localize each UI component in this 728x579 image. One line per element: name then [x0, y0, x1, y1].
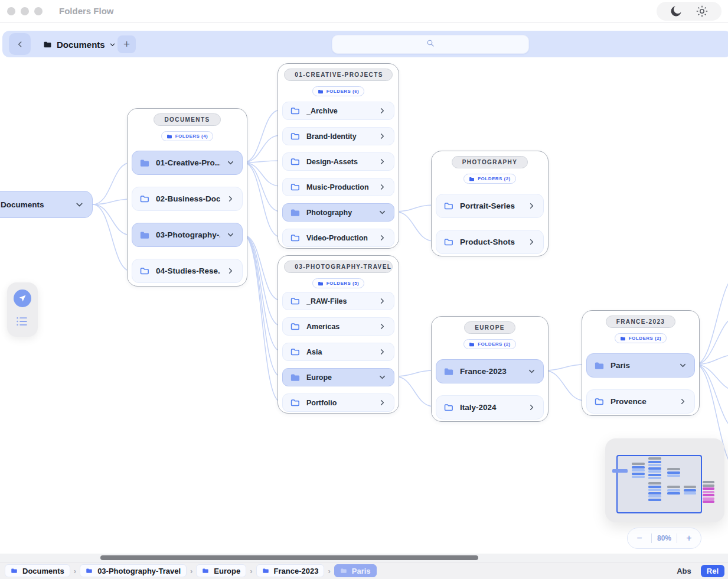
- breadcrumb-separator: ›: [328, 567, 330, 575]
- search-input[interactable]: [332, 35, 528, 53]
- folder-item-label: 04-Studies-Rese...: [156, 266, 220, 275]
- folder-item[interactable]: 03-Photography-...: [132, 223, 243, 247]
- folders-count-badge: FOLDERS (4): [161, 131, 214, 141]
- folder-icon: [202, 567, 210, 574]
- navigate-button[interactable]: [14, 290, 31, 307]
- folders-count-label: FOLDERS (2): [478, 176, 511, 181]
- minimap-node-bar: [648, 474, 661, 476]
- folder-item[interactable]: Video-Production: [282, 229, 394, 247]
- folder-item[interactable]: Italy-2024: [436, 395, 544, 419]
- folder-item[interactable]: Portrait-Series: [436, 194, 544, 218]
- minimap-node-bar: [703, 494, 714, 496]
- minimap-node-bar: [703, 500, 714, 503]
- folders-count-badge: FOLDERS (2): [463, 174, 516, 184]
- folder-item[interactable]: 04-Studies-Rese...: [132, 259, 243, 283]
- folders-count-badge: FOLDERS (2): [463, 339, 516, 349]
- folder-open-icon: [139, 230, 150, 240]
- list-view-button[interactable]: [16, 315, 30, 327]
- folder-item[interactable]: _RAW-Files: [282, 292, 394, 310]
- folder-item[interactable]: Portfolio: [282, 393, 394, 412]
- folder-item[interactable]: France-2023: [436, 359, 544, 383]
- minimap-node-bar: [684, 486, 696, 488]
- horizontal-scrollbar-thumb[interactable]: [100, 555, 478, 560]
- folders-count-label: FOLDERS (2): [629, 336, 662, 341]
- folder-item[interactable]: 02-Business-Doc...: [132, 187, 243, 211]
- folder-card-travel: 03-PHOTOGRAPHY-TRAVELFOLDERS (5)_RAW-Fil…: [278, 255, 399, 414]
- breadcrumb-item-documents[interactable]: Documents: [5, 564, 70, 577]
- folder-item-label: Video-Production: [306, 234, 372, 242]
- chevron-right-icon: [378, 322, 387, 331]
- folder-item-label: Provence: [611, 397, 672, 406]
- chevron-right-icon: [226, 194, 235, 203]
- back-button[interactable]: [9, 33, 31, 55]
- minimap-node-bar: [648, 489, 661, 491]
- folder-card-documents: DOCUMENTSFOLDERS (4)01-Creative-Pro...02…: [127, 108, 247, 287]
- minimap-node-bar: [684, 489, 696, 492]
- path-mode-abs-button[interactable]: Abs: [671, 567, 697, 575]
- add-tab-button[interactable]: +: [117, 35, 136, 53]
- minimap-node-bar: [632, 469, 645, 471]
- folders-count-label: FOLDERS (4): [175, 134, 208, 139]
- folder-icon: [290, 182, 301, 193]
- breadcrumb-label: Documents: [22, 567, 64, 575]
- folder-item[interactable]: Provence: [586, 389, 695, 414]
- folder-item[interactable]: Paris: [586, 353, 695, 378]
- folder-item-label: Music-Production: [306, 183, 372, 191]
- folder-item-label: Americas: [306, 323, 372, 331]
- chevron-right-icon: [378, 233, 387, 242]
- minimap-node-bar: [648, 495, 661, 497]
- folder-icon: [443, 201, 454, 212]
- folder-item[interactable]: Music-Production: [282, 178, 394, 196]
- chevron-down-icon: [109, 41, 116, 48]
- window-minimize-button[interactable]: [21, 7, 29, 15]
- folder-icon: [469, 176, 475, 182]
- folder-open-icon: [139, 158, 150, 168]
- minimap-node-bar: [632, 476, 645, 478]
- folder-icon: [11, 567, 19, 574]
- minimap-node-bar: [703, 487, 714, 490]
- folder-item-label: 01-Creative-Pro...: [156, 158, 220, 167]
- zoom-out-button[interactable]: −: [633, 533, 646, 544]
- window-close-button[interactable]: [7, 7, 15, 15]
- folder-icon: [290, 296, 301, 307]
- folder-card-france: FRANCE-2023FOLDERS (2)ParisProvence: [582, 310, 700, 416]
- folder-card-europe: EUROPEFOLDERS (2)France-2023Italy-2024: [431, 316, 549, 422]
- zoom-in-button[interactable]: +: [683, 533, 696, 544]
- card-title: FRANCE-2023: [606, 315, 676, 328]
- folder-item[interactable]: Photography: [282, 203, 394, 222]
- breadcrumb-item-france-2023[interactable]: France-2023: [256, 564, 325, 577]
- folder-item[interactable]: Design-Assets: [282, 152, 394, 171]
- breadcrumb-item-03-photography-travel[interactable]: 03-Photography-Travel: [80, 564, 187, 577]
- root-node-label: Documents: [0, 200, 74, 209]
- folder-item-label: 03-Photography-...: [156, 230, 220, 239]
- folder-item[interactable]: Europe: [282, 368, 394, 386]
- paper-plane-icon: [18, 294, 27, 302]
- minimap-node-bar: [648, 464, 661, 466]
- minimap-node-bar: [667, 489, 680, 492]
- folder-item[interactable]: _Archive: [282, 102, 394, 120]
- chevron-right-icon: [378, 106, 387, 115]
- path-mode-rel-button[interactable]: Rel: [701, 565, 724, 577]
- folder-item[interactable]: Product-Shots: [436, 230, 544, 254]
- folder-item[interactable]: Brand-Identity: [282, 127, 394, 145]
- folder-item[interactable]: 01-Creative-Pro...: [132, 151, 243, 175]
- chevron-right-icon: [378, 297, 387, 305]
- divider: [651, 534, 652, 543]
- dark-mode-toggle-moon-icon[interactable]: [669, 4, 683, 18]
- horizontal-scrollbar-track[interactable]: [0, 554, 728, 562]
- breadcrumb-item-europe[interactable]: Europe: [196, 564, 246, 577]
- folder-item-label: Paris: [611, 361, 672, 370]
- minimap-node-bar: [703, 481, 714, 483]
- minimap-node-bar: [648, 470, 661, 473]
- folder-item[interactable]: Asia: [282, 343, 394, 361]
- folder-item[interactable]: Americas: [282, 317, 394, 336]
- search-box[interactable]: [332, 35, 529, 54]
- root-node-documents[interactable]: Documents: [0, 191, 93, 218]
- settings-gear-icon[interactable]: [695, 4, 709, 18]
- breadcrumb-item-paris[interactable]: Paris: [334, 564, 377, 577]
- root-folder-dropdown[interactable]: Documents: [39, 35, 119, 53]
- folder-item-label: Portfolio: [306, 399, 372, 407]
- folder-icon: [318, 281, 324, 287]
- window-zoom-button[interactable]: [34, 7, 43, 15]
- folder-icon: [290, 233, 301, 243]
